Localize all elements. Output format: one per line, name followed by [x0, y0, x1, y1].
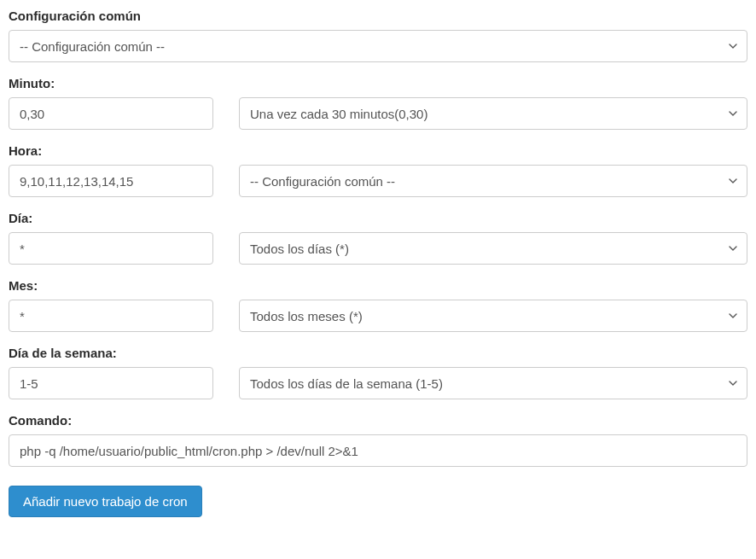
weekday-select[interactable]: Todos los días de la semana (1-5) [239, 367, 747, 399]
hour-input[interactable] [9, 165, 213, 197]
minute-select[interactable]: Una vez cada 30 minutos(0,30) [239, 97, 747, 130]
month-select[interactable]: Todos los meses (*) [239, 300, 747, 332]
month-label: Mes: [9, 278, 747, 293]
command-input[interactable] [9, 434, 747, 467]
common-config-select[interactable]: -- Configuración común -- [9, 30, 747, 62]
command-label: Comando: [9, 413, 747, 428]
add-cron-button[interactable]: Añadir nuevo trabajo de cron [9, 486, 202, 517]
day-select[interactable]: Todos los días (*) [239, 232, 747, 265]
minute-label: Minuto: [9, 76, 747, 90]
minute-input[interactable] [9, 97, 213, 130]
day-label: Día: [9, 211, 747, 225]
day-input[interactable] [9, 232, 213, 265]
weekday-input[interactable] [9, 367, 213, 399]
common-config-label: Configuración común [9, 9, 747, 23]
weekday-label: Día de la semana: [9, 346, 747, 360]
month-input[interactable] [9, 300, 213, 332]
hour-label: Hora: [9, 143, 747, 158]
hour-select[interactable]: -- Configuración común -- [239, 165, 747, 197]
